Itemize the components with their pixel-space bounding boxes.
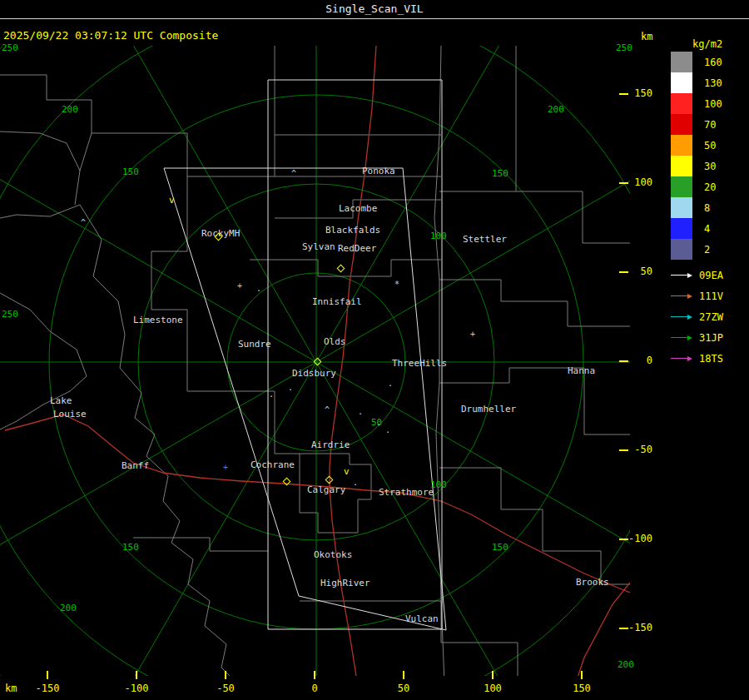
legend-color-swatch bbox=[671, 52, 692, 72]
titlebar: Single_Scan_VIL bbox=[0, 0, 749, 19]
radar-map-canvas bbox=[0, 0, 749, 700]
scan-timestamp: 2025/09/22 03:07:12 UTC Composite bbox=[3, 29, 218, 42]
azimuth-lines bbox=[0, 0, 749, 700]
legend-color-swatch bbox=[671, 239, 692, 260]
legend-entry: 160 bbox=[671, 52, 722, 72]
site-arrow-line bbox=[671, 295, 687, 296]
site-id-label: 09EA bbox=[699, 270, 723, 281]
legend-value-label: 4 bbox=[704, 223, 710, 235]
legend-entry: 2 bbox=[671, 239, 722, 260]
legend-value-label: 130 bbox=[704, 77, 722, 89]
site-arrow-line bbox=[671, 275, 687, 276]
legend-color-swatch bbox=[671, 218, 692, 239]
legend-value-label: 100 bbox=[704, 98, 722, 110]
radar-site-row: 111V bbox=[671, 285, 723, 306]
legend-value-label: 70 bbox=[704, 119, 716, 131]
legend-value-label: 2 bbox=[704, 244, 710, 256]
site-arrow-icon bbox=[687, 315, 692, 320]
legend-entry: 8 bbox=[671, 197, 722, 218]
bottom-axis-unit-label: km bbox=[5, 683, 17, 694]
vil-color-scale: 16013010070503020842 bbox=[671, 52, 722, 260]
legend-value-label: 30 bbox=[704, 161, 716, 172]
legend-units-label: kg/m2 bbox=[692, 38, 722, 50]
legend-entry: 130 bbox=[671, 72, 722, 93]
legend-value-label: 160 bbox=[704, 57, 722, 68]
legend-entry: 30 bbox=[671, 156, 722, 176]
site-id-label: 18TS bbox=[699, 353, 723, 365]
legend-entry: 100 bbox=[671, 93, 722, 114]
legend-color-swatch bbox=[671, 197, 692, 218]
legend-entry: 70 bbox=[671, 114, 722, 135]
legend-value-label: 8 bbox=[704, 202, 710, 214]
right-axis-unit-label: km bbox=[641, 31, 652, 42]
legend-value-label: 20 bbox=[704, 181, 716, 193]
radar-coverage-outlines bbox=[164, 80, 446, 630]
site-id-label: 111V bbox=[699, 290, 723, 302]
site-arrow-line bbox=[671, 337, 687, 338]
window-title: Single_Scan_VIL bbox=[325, 2, 423, 15]
site-id-label: 31JP bbox=[699, 332, 723, 344]
legend-entry: 50 bbox=[671, 135, 722, 156]
legend-color-swatch bbox=[671, 93, 692, 114]
site-arrow-icon bbox=[687, 273, 692, 278]
site-arrow-line bbox=[671, 358, 687, 359]
site-arrow-icon bbox=[687, 335, 692, 340]
radar-sites-legend: 09EA111V27ZW31JP18TS bbox=[671, 265, 723, 369]
legend-color-swatch bbox=[671, 156, 692, 176]
legend-entry: 4 bbox=[671, 218, 722, 239]
legend-entry: 20 bbox=[671, 176, 722, 197]
site-arrow-line bbox=[671, 316, 687, 317]
legend-color-swatch bbox=[671, 135, 692, 156]
range-rings bbox=[0, 0, 749, 700]
legend-value-label: 50 bbox=[704, 140, 716, 151]
radar-app-window: { "window": { "title": "Single_Scan_VIL"… bbox=[0, 0, 749, 700]
site-arrow-icon bbox=[687, 356, 692, 361]
radar-site-row: 09EA bbox=[671, 265, 723, 285]
radar-site-row: 27ZW bbox=[671, 306, 723, 327]
site-arrow-icon bbox=[687, 294, 692, 299]
radar-site-row: 31JP bbox=[671, 327, 723, 348]
site-id-label: 27ZW bbox=[699, 311, 723, 323]
legend-color-swatch bbox=[671, 72, 692, 93]
legend-color-swatch bbox=[671, 114, 692, 135]
legend-color-swatch bbox=[671, 176, 692, 197]
radar-site-row: 18TS bbox=[671, 348, 723, 369]
